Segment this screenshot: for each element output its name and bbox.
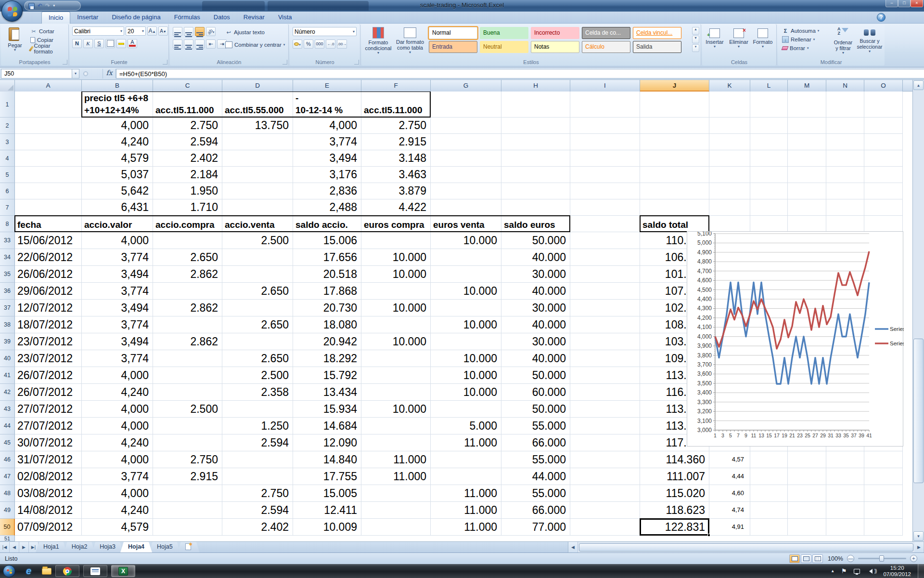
zoom-level[interactable]: 100%	[828, 555, 843, 562]
cell-E44[interactable]: 14.684	[293, 418, 361, 434]
dialog-launcher-icon[interactable]	[63, 60, 67, 65]
cell-G49[interactable]: 11.000	[431, 502, 501, 519]
cell-E50[interactable]: 10.009	[293, 519, 361, 536]
cell-E49[interactable]: 12.411	[293, 502, 361, 519]
style-entrada[interactable]: Entrada	[429, 41, 477, 53]
sheet-tab-hoja4[interactable]: Hoja4	[120, 542, 152, 552]
cell-E8[interactable]: saldo accio.	[293, 216, 361, 232]
tab-vista[interactable]: Vista	[271, 12, 299, 24]
explorer-folder-icon[interactable]	[42, 568, 51, 575]
cell-O8[interactable]	[864, 216, 903, 232]
cell-G37[interactable]	[431, 300, 501, 316]
cell-C2[interactable]: 2.750	[153, 118, 222, 134]
hscroll-right-icon[interactable]: ▶	[914, 542, 924, 552]
number-format-select[interactable]: Número▾	[293, 27, 357, 36]
cell-A6[interactable]	[15, 183, 82, 199]
embedded-chart[interactable]: 3,0003,1003,2003,3003,4003,5003,6003,700…	[687, 231, 903, 447]
cell-L4[interactable]	[750, 150, 788, 167]
cell-M4[interactable]	[788, 150, 826, 167]
style-buena[interactable]: Buena	[480, 27, 528, 39]
cell-D42[interactable]: 2.358	[222, 384, 293, 401]
cell-K7[interactable]	[709, 199, 750, 216]
taskbar-excel-button[interactable]: X	[111, 565, 135, 577]
tab-insertar[interactable]: Insertar	[70, 12, 105, 24]
cell-E41[interactable]: 15.792	[293, 367, 361, 384]
cell-K1[interactable]	[709, 92, 750, 118]
style-celda-de-co-[interactable]: Celda de co...	[582, 27, 630, 39]
autosum-button[interactable]: Σ Autosuma ▾	[781, 26, 821, 35]
format-as-table-button[interactable]: Dar formato como tabla ▾	[395, 26, 425, 58]
row-header-4[interactable]: 4	[0, 150, 15, 167]
cell-K47[interactable]: 4,44	[709, 468, 750, 485]
row-header-46[interactable]: 46	[0, 451, 15, 468]
row-header-33[interactable]: 33	[0, 232, 15, 249]
row-header-3[interactable]: 3	[0, 134, 15, 150]
accounting-format-button[interactable]: ▾	[293, 39, 302, 49]
cell-C38[interactable]	[153, 316, 222, 333]
cell-M47[interactable]	[788, 468, 826, 485]
cell-O50[interactable]	[864, 519, 903, 536]
cell-K4[interactable]	[709, 150, 750, 167]
cell-A41[interactable]: 26/07/2012	[15, 367, 82, 384]
cell-M2[interactable]	[788, 118, 826, 134]
cell-C47[interactable]: 2.915	[153, 468, 222, 485]
cell-B37[interactable]: 3,494	[82, 300, 153, 316]
align-bottom-button[interactable]	[195, 27, 205, 36]
style-c-lculo[interactable]: Cálculo	[582, 41, 630, 53]
cell-E2[interactable]: 4,000	[293, 118, 361, 134]
cell-C40[interactable]	[153, 350, 222, 367]
row-header-45[interactable]: 45	[0, 434, 15, 451]
style-incorrecto[interactable]: Incorrecto	[531, 27, 579, 39]
cell-E3[interactable]: 3,774	[293, 134, 361, 150]
cell-F4[interactable]: 3.148	[361, 150, 431, 167]
cell-F35[interactable]: 10.000	[361, 266, 431, 283]
wrap-text-button[interactable]: ↩ Ajustar texto	[224, 28, 286, 37]
cell-L50[interactable]	[750, 519, 788, 536]
column-header-F[interactable]: F	[361, 80, 431, 92]
cell-D47[interactable]	[222, 468, 293, 485]
cell-C7[interactable]: 1.710	[153, 199, 222, 216]
merge-center-button[interactable]: Combinar y centrar ▾	[224, 40, 286, 49]
cell-C49[interactable]	[153, 502, 222, 519]
cell-F38[interactable]	[361, 316, 431, 333]
cell-O7[interactable]	[864, 199, 903, 216]
column-header-L[interactable]: L	[750, 80, 788, 92]
internet-explorer-icon[interactable]: e	[26, 565, 31, 577]
minimize-button[interactable]: –	[886, 0, 898, 7]
cell-E5[interactable]: 3,176	[293, 167, 361, 183]
cell-G6[interactable]	[431, 183, 501, 199]
cell-H41[interactable]: 50.000	[501, 367, 570, 384]
maximize-button[interactable]: □	[898, 0, 911, 7]
cell-L8[interactable]	[750, 216, 788, 232]
column-header-M[interactable]: M	[788, 80, 826, 92]
cell-H48[interactable]: 55.000	[501, 485, 570, 502]
cell-H46[interactable]: 55.000	[501, 451, 570, 468]
cell-D36[interactable]: 2.650	[222, 283, 293, 300]
cell-O2[interactable]	[864, 118, 903, 134]
cell-B45[interactable]: 4,240	[82, 434, 153, 451]
cell-A2[interactable]	[15, 118, 82, 134]
zoom-out-icon[interactable]: —	[847, 555, 854, 562]
cell-K2[interactable]	[709, 118, 750, 134]
cell-G35[interactable]	[431, 266, 501, 283]
cell-A7[interactable]	[15, 199, 82, 216]
row-header-34[interactable]: 34	[0, 249, 15, 266]
row-header-50[interactable]: 50	[0, 519, 15, 536]
cell-F43[interactable]: 10.000	[361, 401, 431, 418]
cell-D43[interactable]	[222, 401, 293, 418]
cell-A39[interactable]: 23/07/2012	[15, 333, 82, 350]
cell-C8[interactable]: accio.compra	[153, 216, 222, 232]
cell-D35[interactable]	[222, 266, 293, 283]
gallery-scroll-down-icon[interactable]: ▼	[692, 36, 699, 43]
cell-H33[interactable]: 50.000	[501, 232, 570, 249]
shrink-font-button[interactable]: A▼	[158, 26, 168, 36]
cell-D1[interactable]: acc.tl5.55.000	[222, 92, 293, 118]
cell-C44[interactable]	[153, 418, 222, 434]
cell-G34[interactable]	[431, 249, 501, 266]
cell-M7[interactable]	[788, 199, 826, 216]
cell-E47[interactable]: 17.755	[293, 468, 361, 485]
zoom-slider[interactable]	[858, 558, 906, 559]
cell-F46[interactable]: 11.000	[361, 451, 431, 468]
cell-B41[interactable]: 4,000	[82, 367, 153, 384]
cell-D4[interactable]	[222, 150, 293, 167]
